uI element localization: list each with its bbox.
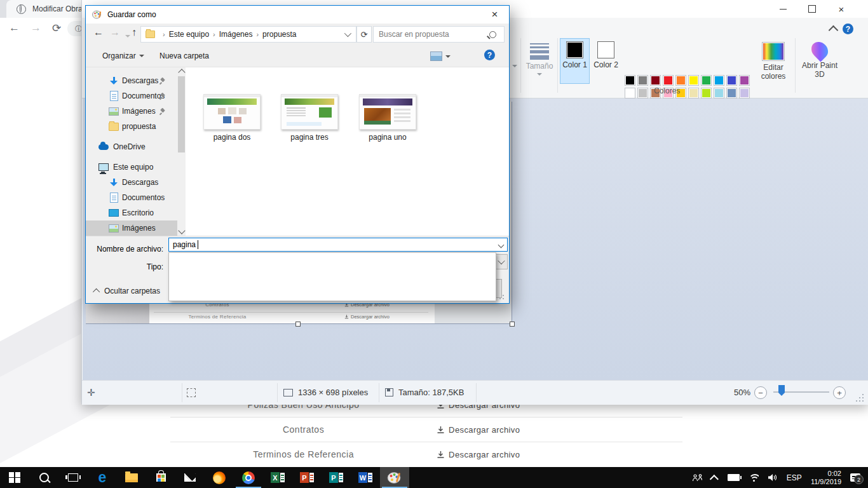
- palette-swatch[interactable]: [739, 75, 750, 86]
- palette-swatch[interactable]: [637, 75, 648, 86]
- color2-button[interactable]: Color 2: [591, 38, 621, 84]
- palette-swatch[interactable]: [726, 88, 737, 98]
- breadcrumb-este-equipo[interactable]: Este equipo: [169, 30, 209, 39]
- download-link[interactable]: Descargar archivo: [437, 450, 520, 459]
- dialog-close-button[interactable]: ×: [480, 6, 509, 24]
- battery-indicator[interactable]: [723, 467, 744, 488]
- file-item[interactable]: pagina uno: [359, 94, 416, 142]
- taskbar-edge[interactable]: e: [88, 467, 117, 488]
- hidden-group-dropdown-icon[interactable]: [512, 65, 517, 67]
- scrollbar-thumb[interactable]: [178, 76, 185, 152]
- open-paint3d-button[interactable]: Abrir Paint 3D: [799, 38, 841, 84]
- size-button[interactable]: Tamaño: [523, 38, 556, 84]
- file-list-area[interactable]: pagina dos pagina tres: [186, 67, 509, 236]
- breadcrumb[interactable]: › Este equipo › Imágenes › propuesta: [140, 26, 356, 43]
- start-button[interactable]: [0, 467, 29, 488]
- palette-swatch[interactable]: [701, 75, 712, 86]
- minimize-button[interactable]: [768, 0, 797, 18]
- filename-dropdown-icon[interactable]: [498, 242, 505, 248]
- palette-swatch[interactable]: [714, 75, 724, 86]
- people-button[interactable]: [688, 467, 708, 488]
- file-item[interactable]: pagina dos: [203, 94, 261, 142]
- taskbar-powerpoint[interactable]: P: [292, 467, 322, 488]
- refresh-button[interactable]: ⟳: [356, 26, 372, 43]
- sidebar-item-documentos[interactable]: Documentos: [86, 88, 177, 104]
- sidebar-item-escritorio[interactable]: Escritorio: [86, 205, 177, 220]
- taskbar-paint[interactable]: [380, 467, 409, 488]
- window-resize-grip[interactable]: [856, 394, 864, 402]
- palette-swatch[interactable]: [663, 75, 674, 86]
- color1-button[interactable]: Color 1: [560, 38, 590, 84]
- palette-swatch[interactable]: [625, 88, 635, 98]
- download-link[interactable]: Descargar archivo: [437, 425, 520, 435]
- scroll-up-icon[interactable]: [178, 69, 185, 76]
- palette-swatch[interactable]: [688, 75, 699, 86]
- breadcrumb-dropdown-icon[interactable]: [344, 30, 351, 37]
- sidebar-item-descargas[interactable]: Descargas: [86, 73, 177, 88]
- browser-back-icon[interactable]: ←: [9, 22, 20, 34]
- sidebar-item-documentos2[interactable]: Documentos: [86, 190, 177, 205]
- palette-swatch[interactable]: [714, 88, 724, 98]
- browser-forward-icon[interactable]: →: [31, 22, 41, 34]
- sidebar-item-imagenes[interactable]: Imágenes: [86, 104, 177, 119]
- canvas-resize-handle[interactable]: [295, 322, 301, 327]
- zoom-out-button[interactable]: −: [754, 386, 767, 399]
- taskbar-file-explorer[interactable]: [117, 467, 146, 488]
- filename-input[interactable]: pagina: [168, 238, 508, 252]
- zoom-in-button[interactable]: +: [833, 386, 846, 399]
- taskbar-mail[interactable]: [175, 467, 205, 488]
- hide-folders-button[interactable]: Ocultar carpetas: [95, 287, 160, 295]
- browser-reload-icon[interactable]: ⟳: [52, 22, 61, 35]
- scroll-down-icon[interactable]: [178, 227, 185, 234]
- action-center-button[interactable]: 2: [846, 467, 868, 488]
- view-options-button[interactable]: [430, 51, 451, 61]
- collapse-ribbon-icon[interactable]: [829, 25, 839, 36]
- sidebar-scrollbar[interactable]: [177, 67, 186, 236]
- sidebar-item-este-equipo[interactable]: Este equipo: [86, 159, 177, 175]
- taskbar-firefox[interactable]: [205, 467, 234, 488]
- taskbar-excel[interactable]: X: [263, 467, 292, 488]
- taskbar-publisher[interactable]: P: [322, 467, 351, 488]
- edit-colors-button[interactable]: Editar colores: [754, 38, 792, 84]
- dialog-help-button[interactable]: ?: [484, 50, 495, 60]
- file-item[interactable]: pagina tres: [281, 94, 338, 142]
- filename-autocomplete-popup[interactable]: [168, 252, 496, 301]
- language-indicator[interactable]: ESP: [782, 467, 806, 488]
- nav-history-dropdown-icon[interactable]: [125, 35, 130, 37]
- sidebar-item-onedrive[interactable]: OneDrive: [86, 139, 177, 154]
- taskbar-chrome[interactable]: [234, 467, 263, 488]
- maximize-button[interactable]: [797, 0, 827, 18]
- palette-swatch[interactable]: [650, 75, 661, 86]
- sidebar-item-imagenes2[interactable]: Imágenes: [86, 220, 177, 236]
- taskbar-store[interactable]: [146, 467, 175, 488]
- palette-swatch[interactable]: [726, 75, 737, 86]
- palette-swatch[interactable]: [739, 88, 750, 98]
- network-indicator[interactable]: [744, 467, 763, 488]
- taskbar-word[interactable]: W: [351, 467, 380, 488]
- clock[interactable]: 0:02 11/9/2019: [806, 467, 846, 488]
- filetype-dropdown-button[interactable]: [494, 254, 508, 269]
- search-box[interactable]: Buscar en propuesta: [373, 26, 505, 43]
- nav-back-icon[interactable]: ←: [93, 27, 104, 38]
- palette-swatch[interactable]: [625, 75, 635, 86]
- volume-indicator[interactable]: [763, 467, 782, 488]
- zoom-slider-thumb[interactable]: [778, 385, 785, 396]
- organize-button[interactable]: Organizar: [102, 51, 144, 60]
- new-folder-button[interactable]: Nueva carpeta: [159, 51, 209, 60]
- close-button[interactable]: ×: [827, 0, 856, 18]
- sidebar-item-descargas2[interactable]: Descargas: [86, 175, 177, 190]
- palette-swatch[interactable]: [637, 88, 648, 98]
- task-view-button[interactable]: [58, 467, 88, 488]
- palette-swatch[interactable]: [688, 88, 699, 98]
- tray-expand-button[interactable]: [708, 467, 723, 488]
- nav-up-icon[interactable]: ↑: [132, 27, 137, 38]
- breadcrumb-imagenes[interactable]: Imágenes: [219, 30, 253, 39]
- nav-forward-icon[interactable]: →: [110, 27, 120, 38]
- palette-swatch[interactable]: [675, 75, 686, 86]
- palette-swatch[interactable]: [701, 88, 712, 98]
- breadcrumb-propuesta[interactable]: propuesta: [262, 30, 296, 39]
- taskbar-search-button[interactable]: [29, 467, 58, 488]
- sidebar-item-propuesta[interactable]: propuesta: [86, 119, 177, 134]
- canvas-resize-handle[interactable]: [510, 322, 515, 327]
- paint-help-button[interactable]: ?: [843, 24, 853, 34]
